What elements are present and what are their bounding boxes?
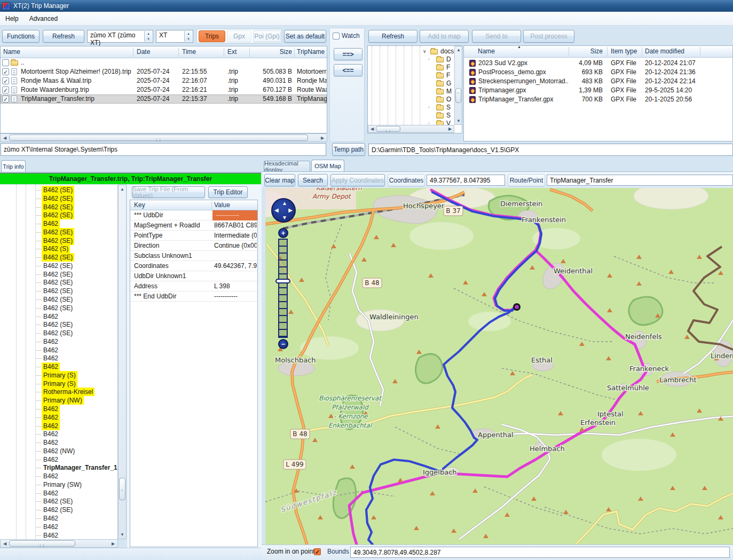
table-row[interactable]: ✓Route Waardenburg.trip2025-07-2422:16:2… xyxy=(1,85,327,94)
menu-advanced[interactable]: Advanced xyxy=(24,13,63,25)
col-time[interactable]: Time xyxy=(182,48,196,56)
trip-tree-item[interactable]: B462 xyxy=(0,472,118,480)
kv-row[interactable]: PointTypeIntermediate (0x xyxy=(130,231,257,241)
tab-trip-info[interactable]: Trip info xyxy=(1,160,26,172)
copy-to-pc-button[interactable]: ==> xyxy=(334,48,362,60)
row-checkbox[interactable] xyxy=(2,59,9,66)
tree-item[interactable]: ›D xyxy=(368,56,453,64)
zoom-slider-track[interactable] xyxy=(278,239,288,338)
watch-checkbox[interactable] xyxy=(333,33,340,40)
kv-row[interactable]: AddressL 398 xyxy=(130,281,257,291)
table-row[interactable]: ✓TripManager_Transfer.trip2025-07-2422:1… xyxy=(1,94,327,104)
map-canvas[interactable]: B 37B 48B 48L 499 KaiserslauternArmy Dep… xyxy=(265,188,733,545)
folder-tree-hscrollbar[interactable]: ◀ | | ▶ xyxy=(368,125,454,133)
tree-item[interactable]: M xyxy=(368,88,453,96)
tree-item[interactable]: F xyxy=(368,72,453,80)
trip-tree-item[interactable]: B462 (SE) xyxy=(0,497,118,506)
trip-tree-item[interactable]: TripManager_Transfer_1 xyxy=(0,463,118,472)
send-to-button[interactable]: Send to xyxy=(472,30,521,43)
trip-tree-item[interactable]: B462 xyxy=(0,523,118,531)
kv-row[interactable]: Coordinates49.642367, 7.97 xyxy=(130,261,257,271)
trip-tree-item[interactable]: B462 (NW) xyxy=(0,447,118,455)
trip-tree-item[interactable]: B462 (SE) xyxy=(0,287,118,295)
table-row[interactable]: TripManager_Transfer.gpx700 KBGPX File20… xyxy=(464,95,732,104)
table-row[interactable]: 2023 Sud V2.gpx4,09 MBGPX File20-12-2024… xyxy=(464,59,732,68)
trips-toggle[interactable]: Trips xyxy=(199,30,225,42)
trip-tree-item[interactable]: B462 xyxy=(0,438,118,447)
col-gpx-date[interactable]: Date modified xyxy=(645,48,684,55)
col-name[interactable]: Name xyxy=(3,48,20,56)
trip-tree-item[interactable]: B462 xyxy=(0,312,118,321)
kv-row[interactable]: *** UdbDir----------- xyxy=(130,210,257,220)
xt-combo[interactable]: XT ▲▼ xyxy=(156,30,193,43)
table-row[interactable]: ✓Rondje Maas & Waal.trip2025-07-2422:16:… xyxy=(1,76,327,85)
trip-tree-item[interactable]: B462 (SE) xyxy=(0,295,118,304)
row-checkbox[interactable]: ✓ xyxy=(2,68,9,75)
tree-item[interactable]: ›S xyxy=(368,104,453,112)
trip-tree-item[interactable]: B462 (SE) xyxy=(0,203,118,211)
trip-tree-item[interactable]: B462 (SE) xyxy=(0,228,118,236)
trip-tree-item[interactable]: B462 (SE) xyxy=(0,262,118,270)
trip-tree[interactable]: B462 (SE)B462 (SE)B462 (SE)B462 (SE)B462… xyxy=(0,185,118,539)
trip-tree-item[interactable]: B462 (SE) xyxy=(0,211,118,219)
add-to-map-button[interactable]: Add to map xyxy=(420,30,469,43)
trip-tree-item[interactable]: Primary (NW) xyxy=(0,396,118,405)
map-pan-control[interactable]: ▲ ▼ ◀ ▶ xyxy=(271,198,296,223)
col-tripname[interactable]: TripName xyxy=(297,48,325,56)
trip-tree-item[interactable]: B462 (SE) xyxy=(0,304,118,312)
trip-tree-item[interactable]: B462 xyxy=(0,455,118,464)
row-checkbox[interactable]: ✓ xyxy=(2,96,9,102)
device-list-hscrollbar[interactable]: ◀ | | ▶ xyxy=(0,133,327,142)
col-gpx-name[interactable]: Name xyxy=(478,48,495,55)
xt-combo-spinner-icon[interactable]: ▲▼ xyxy=(184,31,192,42)
trip-tree-hscrollbar[interactable]: ◀ | | ▶ xyxy=(0,539,118,548)
bounds-input[interactable] xyxy=(350,547,730,558)
clear-map-button[interactable]: Clear map xyxy=(264,174,295,186)
selected-route-point[interactable] xyxy=(514,304,520,310)
trip-tree-item[interactable]: B462 (S) xyxy=(0,244,118,253)
trip-tree-item[interactable]: B462 (SE) xyxy=(0,253,118,262)
table-row[interactable]: ✓Motortoerrit Stop Alzheimer! (2018).tri… xyxy=(1,67,327,76)
window-titlebar[interactable]: XT(2) Trip Manager xyxy=(0,0,733,12)
device-refresh-button[interactable]: Refresh xyxy=(43,30,84,43)
coordinates-input[interactable] xyxy=(427,175,505,186)
trip-tree-item[interactable]: B462 (SE) xyxy=(0,278,118,287)
table-row[interactable]: Tripmanager.gpx1,39 MBGPX File29-5-2025 … xyxy=(464,86,732,95)
tree-item[interactable]: F xyxy=(368,64,453,72)
menu-help[interactable]: Help xyxy=(0,13,24,25)
device-combo-spinner-icon[interactable]: ▲▼ xyxy=(144,31,152,42)
folder-tree-vscrollbar[interactable]: ▲ = ▼ xyxy=(454,46,462,125)
device-list-header[interactable]: Name Date Time Ext Size TripName xyxy=(1,46,327,58)
kv-row[interactable]: *** End UdbDir----------- xyxy=(130,291,257,302)
zoom-out-button[interactable]: − xyxy=(278,339,288,349)
poi-toggle[interactable]: Poi (Gpi) xyxy=(253,30,281,42)
gpx-toggle[interactable]: Gpx xyxy=(227,30,251,42)
gpx-list-header[interactable]: Name ▲ Size Item type Date modified xyxy=(464,46,732,58)
temp-path-input[interactable] xyxy=(368,144,733,156)
trip-tree-item[interactable]: Primary (S) xyxy=(0,371,118,380)
kv-row[interactable]: DirectionContinue (0x00) xyxy=(130,241,257,251)
temp-path-button[interactable]: Temp path xyxy=(332,143,365,156)
device-file-list[interactable]: Name Date Time Ext Size TripName ..✓Moto… xyxy=(0,46,327,133)
apply-coordinates-button[interactable]: Apply Coordinates xyxy=(330,174,385,186)
trip-values-table[interactable]: Key Value *** UdbDir-----------MapSegmen… xyxy=(130,200,258,547)
trip-tree-item[interactable]: B462 xyxy=(0,346,118,354)
trip-tree-item[interactable]: B462 xyxy=(0,219,118,228)
trip-tree-item[interactable]: B462 xyxy=(0,531,118,539)
chevron-right-icon[interactable]: › xyxy=(428,104,430,112)
chevron-down-icon[interactable]: ∨ xyxy=(423,48,427,56)
col-ext[interactable]: Ext xyxy=(227,48,237,56)
trip-tree-item[interactable]: B462 (SE) xyxy=(0,320,118,329)
trip-tree-item[interactable]: B462 xyxy=(0,337,118,346)
chevron-right-icon[interactable]: › xyxy=(428,56,430,64)
kv-row[interactable]: UdbDir Unknown1 xyxy=(130,271,257,281)
trip-tree-item[interactable]: B462 xyxy=(0,489,118,498)
kv-row[interactable]: Subclass Unknown1 xyxy=(130,251,257,261)
device-combo[interactable]: zūmo XT (zūmo XT) ▲▼ xyxy=(87,30,153,43)
trip-tree-item[interactable]: B462 (SE) xyxy=(0,270,118,279)
trip-editor-button[interactable]: Trip Editor xyxy=(208,186,248,198)
trip-tree-item[interactable]: B462 xyxy=(0,514,118,523)
tree-item[interactable]: S xyxy=(368,112,453,120)
row-checkbox[interactable]: ✓ xyxy=(2,86,9,93)
tree-item[interactable]: O xyxy=(368,96,453,104)
